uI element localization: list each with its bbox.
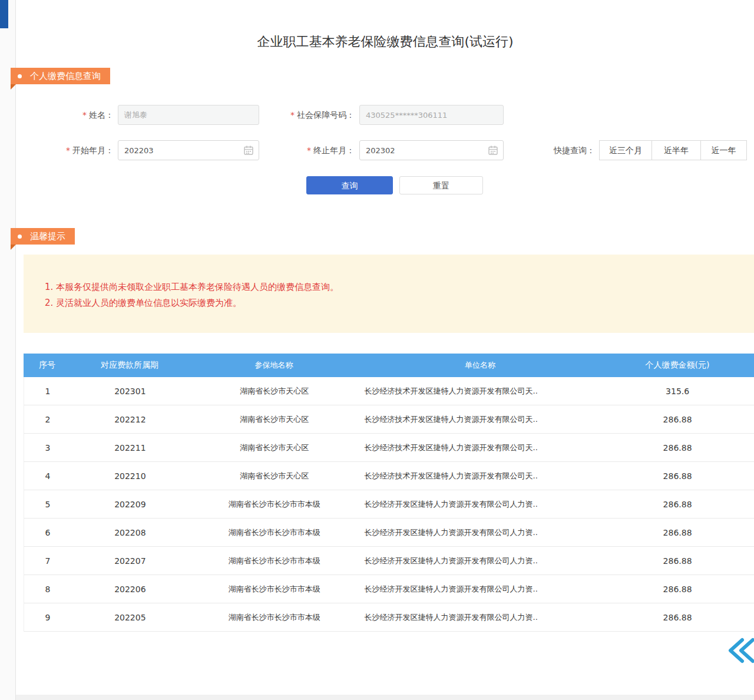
table-body: 1202301湖南省长沙市天心区长沙经济技术开发区捷特人力资源开发有限公司天..… (24, 377, 754, 632)
pension-query-page: 企业职工基本养老保险缴费信息查询(试运行) 个人缴费信息查询 *姓名： 谢旭泰 … (0, 0, 754, 700)
start-month-label: *开始年月： (35, 140, 114, 160)
column-header: 序号 (24, 360, 71, 371)
ribbon-fold (11, 245, 16, 250)
quick-half-year-button[interactable]: 近半年 (652, 140, 701, 160)
required-mark: * (290, 110, 295, 120)
section-header-query: 个人缴费信息查询 (11, 68, 110, 84)
table-cell: 202207 (71, 556, 189, 566)
table-cell: 286.88 (601, 556, 754, 566)
table-row: 7202207湖南省长沙市长沙市市本级长沙经济开发区捷特人力资源开发有限公司人力… (24, 547, 754, 575)
calendar-icon[interactable] (488, 145, 498, 156)
quick-3-months-button[interactable]: 近三个月 (599, 140, 652, 160)
table-cell: 7 (24, 556, 71, 566)
name-field[interactable]: 谢旭泰 (118, 105, 259, 125)
section-header-query-label: 个人缴费信息查询 (30, 71, 101, 82)
column-header: 参保地名称 (188, 360, 359, 371)
table-cell: 湖南省长沙市长沙市市本级 (189, 556, 360, 566)
column-header: 对应费款所属期 (71, 360, 188, 371)
end-month-value: 202302 (366, 146, 395, 155)
page-title: 企业职工基本养老保险缴费信息查询(试运行) (16, 33, 754, 51)
table-cell: 202206 (71, 585, 189, 594)
query-button[interactable]: 查询 (306, 176, 393, 194)
table-cell: 202205 (71, 613, 189, 622)
table-cell: 202208 (71, 528, 189, 537)
section-header-tips-label: 温馨提示 (30, 231, 65, 242)
table-cell: 202210 (71, 471, 189, 481)
reset-button[interactable]: 重置 (399, 176, 483, 194)
column-header: 个人缴费金额(元) (601, 360, 754, 371)
table-row: 4202210湖南省长沙市天心区长沙经济技术开发区捷特人力资源开发有限公司天..… (24, 462, 754, 490)
notice-box: 1. 本服务仅提供尚未领取企业职工基本养老保险待遇人员的缴费信息查询。 2. 灵… (24, 255, 754, 333)
end-month-label: *终止年月： (259, 140, 355, 160)
required-mark: * (82, 110, 87, 120)
bottom-bar (16, 695, 754, 700)
name-value: 谢旭泰 (124, 110, 147, 120)
table-cell: 315.6 (601, 387, 754, 396)
table-cell: 长沙经济开发区捷特人力资源开发有限公司人力资.. (360, 527, 601, 538)
table-cell: 286.88 (601, 585, 754, 594)
table-cell: 286.88 (601, 415, 754, 424)
table-cell: 6 (24, 528, 71, 537)
table-cell: 202301 (71, 387, 189, 396)
left-rail (0, 0, 16, 700)
table-cell: 长沙经济技术开发区捷特人力资源开发有限公司天.. (360, 443, 601, 453)
bullet-dot-icon (18, 74, 22, 78)
table-cell: 长沙经济开发区捷特人力资源开发有限公司人力资.. (360, 556, 601, 566)
table-cell: 202211 (71, 443, 189, 453)
table-cell: 2 (24, 415, 71, 424)
calendar-icon[interactable] (243, 145, 254, 156)
table-cell: 长沙经济技术开发区捷特人力资源开发有限公司天.. (360, 386, 601, 397)
table-cell: 286.88 (601, 443, 754, 453)
table-row: 2202212湖南省长沙市天心区长沙经济技术开发区捷特人力资源开发有限公司天..… (24, 405, 754, 434)
table-cell: 8 (24, 585, 71, 594)
ribbon-fold (11, 84, 16, 90)
column-header: 单位名称 (359, 360, 601, 371)
table-cell: 202212 (71, 415, 189, 424)
table-cell: 长沙经济技术开发区捷特人力资源开发有限公司天.. (360, 471, 601, 481)
table-cell: 286.88 (601, 528, 754, 537)
table-row: 3202211湖南省长沙市天心区长沙经济技术开发区捷特人力资源开发有限公司天..… (24, 434, 754, 462)
section-header-tips: 温馨提示 (11, 228, 75, 245)
double-left-chevron-icon[interactable] (725, 634, 754, 667)
sidebar-accent (0, 0, 8, 28)
table-cell: 202209 (71, 500, 189, 509)
table-cell: 长沙经济开发区捷特人力资源开发有限公司人力资.. (360, 612, 601, 623)
table-cell: 286.88 (601, 471, 754, 481)
table-cell: 5 (24, 500, 71, 509)
table-cell: 湖南省长沙市天心区 (189, 414, 360, 425)
table-cell: 长沙经济技术开发区捷特人力资源开发有限公司天.. (360, 414, 601, 425)
start-month-field[interactable]: 202203 (118, 140, 259, 160)
table-cell: 湖南省长沙市长沙市市本级 (189, 612, 360, 623)
table-cell: 3 (24, 443, 71, 453)
ssn-value: 430525******306111 (366, 111, 447, 120)
ssn-label: *社会保障号码： (259, 105, 355, 125)
table-row: 6202208湖南省长沙市长沙市市本级长沙经济开发区捷特人力资源开发有限公司人力… (24, 519, 754, 547)
table-row: 9202205湖南省长沙市长沙市市本级长沙经济开发区捷特人力资源开发有限公司人力… (24, 603, 754, 632)
name-label: *姓名： (35, 105, 114, 125)
table-header-row: 序号对应费款所属期参保地名称单位名称个人缴费金额(元) (24, 354, 754, 377)
quick-one-year-button[interactable]: 近一年 (700, 140, 747, 160)
table-cell: 1 (24, 387, 71, 396)
required-mark: * (66, 146, 70, 155)
table-cell: 湖南省长沙市天心区 (189, 471, 360, 481)
table-cell: 286.88 (601, 500, 754, 509)
end-month-field[interactable]: 202302 (359, 140, 504, 160)
notice-line: 1. 本服务仅提供尚未领取企业职工基本养老保险待遇人员的缴费信息查询。 (45, 280, 742, 294)
table-cell: 286.88 (601, 613, 754, 622)
table-row: 8202206湖南省长沙市长沙市市本级长沙经济开发区捷特人力资源开发有限公司人力… (24, 575, 754, 603)
table-row: 5202209湖南省长沙市长沙市市本级长沙经济开发区捷特人力资源开发有限公司人力… (24, 490, 754, 519)
table-row: 1202301湖南省长沙市天心区长沙经济技术开发区捷特人力资源开发有限公司天..… (24, 377, 754, 405)
bullet-dot-icon (18, 235, 22, 239)
table-cell: 湖南省长沙市天心区 (189, 443, 360, 453)
quick-query-label: 快捷查询： (518, 140, 595, 160)
results-table: 序号对应费款所属期参保地名称单位名称个人缴费金额(元) 1202301湖南省长沙… (24, 354, 754, 632)
table-cell: 湖南省长沙市长沙市市本级 (189, 527, 360, 538)
table-cell: 长沙经济开发区捷特人力资源开发有限公司人力资.. (360, 584, 601, 595)
table-cell: 湖南省长沙市长沙市市本级 (189, 499, 360, 510)
ssn-field[interactable]: 430525******306111 (359, 105, 504, 125)
table-cell: 长沙经济开发区捷特人力资源开发有限公司人力资.. (360, 499, 601, 510)
table-cell: 9 (24, 613, 71, 622)
notice-line: 2. 灵活就业人员的缴费单位信息以实际缴费为准。 (45, 296, 742, 310)
required-mark: * (307, 146, 311, 155)
table-cell: 湖南省长沙市长沙市市本级 (189, 584, 360, 595)
